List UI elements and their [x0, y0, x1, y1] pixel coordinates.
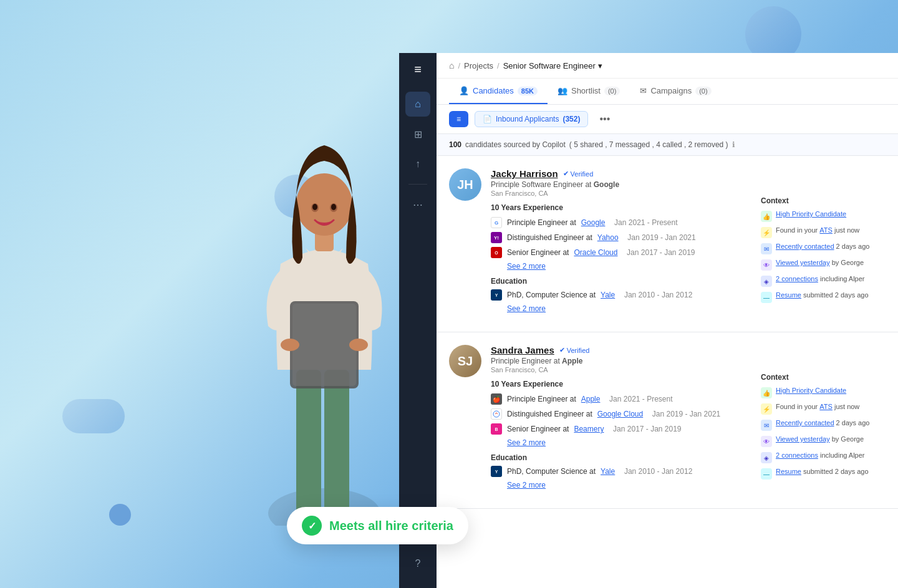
google-logo: G	[491, 217, 502, 228]
verified-icon-sandra: ✔	[559, 346, 565, 354]
ctx-viewed-icon-sandra: 👁	[761, 436, 772, 447]
edu-item-sandra: Y PhD, Computer Science at Yale Jan 2010…	[491, 466, 751, 477]
filter-button[interactable]: ≡	[449, 111, 468, 127]
context-title-jacky: Context	[761, 196, 886, 205]
candidate-header-jacky: Jacky Harrison ✔ Verified	[491, 168, 751, 179]
ctx-connections-link-sandra[interactable]: 2 connections	[776, 451, 818, 459]
yale-link-sandra[interactable]: Yale	[601, 467, 615, 476]
sidebar-item-help[interactable]: ?	[405, 551, 430, 576]
beamery-logo: B	[491, 423, 502, 435]
svg-rect-10	[292, 304, 356, 386]
ctx-resume-jacky: — Resume submitted 2 days ago	[761, 291, 886, 303]
sidebar-logo: ≡	[414, 62, 422, 77]
see-more-edu-jacky[interactable]: See 2 more	[507, 304, 751, 313]
inbound-applicants-tag[interactable]: 📄 Inbound Applicants (352)	[475, 111, 588, 127]
ctx-ats-link-jacky[interactable]: ATS	[819, 226, 833, 234]
experience-label-jacky: 10 Years Experience	[491, 203, 751, 212]
tab-candidates-count: 85K	[518, 87, 538, 95]
sourced-stats: ( 5 shared , 7 messaged , 4 called , 2 r…	[569, 140, 728, 149]
breadcrumb-current[interactable]: Senior Software Engineer ▾	[503, 61, 602, 70]
ctx-priority-icon-jacky: 👍	[761, 211, 772, 222]
campaigns-icon: ✉	[640, 86, 647, 95]
yahoo-company-link[interactable]: Yahoo	[597, 233, 619, 242]
svg-point-12	[349, 339, 368, 351]
breadcrumb-projects-link[interactable]: Projects	[464, 61, 493, 70]
see-more-exp-sandra[interactable]: See 2 more	[507, 438, 751, 447]
ctx-viewed-link-sandra[interactable]: Viewed yesterday	[776, 435, 830, 443]
yahoo-logo: Y!	[491, 232, 502, 243]
ctx-connections-icon-sandra: ◈	[761, 452, 772, 463]
experience-label-sandra: 10 Years Experience	[491, 380, 751, 388]
ctx-resume-link-jacky[interactable]: Resume	[776, 291, 801, 299]
candidate-body-sandra: Sandra James ✔ Verified Principle Engine…	[491, 345, 751, 496]
breadcrumb-current-label: Senior Software Engineer	[503, 61, 596, 70]
context-panel-sandra: Context 👍 High Priority Candidate ⚡ Foun…	[761, 345, 886, 496]
sidebar-item-dashboard[interactable]: ⊞	[405, 122, 430, 147]
ctx-contacted-link-jacky[interactable]: Recently contacted	[776, 243, 834, 250]
ctx-ats-icon-jacky: ⚡	[761, 227, 772, 238]
inbound-label: Inbound Applicants	[496, 115, 559, 123]
ctx-viewed-jacky: 👁 Viewed yesterday by George	[761, 259, 886, 271]
meets-criteria-label: Meets all hire criteria	[329, 519, 453, 533]
breadcrumb-chevron-icon: ▾	[598, 61, 602, 70]
ctx-priority-link-sandra[interactable]: High Priority Candidate	[776, 387, 846, 394]
sidebar-item-apps[interactable]: ⋯	[405, 192, 430, 217]
ctx-ats-link-sandra[interactable]: ATS	[819, 403, 833, 410]
ctx-viewed-link-jacky[interactable]: Viewed yesterday	[776, 259, 830, 266]
gcloud-company-link[interactable]: Google Cloud	[597, 410, 643, 418]
ctx-contacted-link-sandra[interactable]: Recently contacted	[776, 419, 834, 427]
ctx-contacted-jacky: ✉ Recently contacted 2 days ago	[761, 243, 886, 254]
tab-candidates-label: Candidates	[473, 86, 514, 95]
exp-item-gcloud: Distinguished Engineer at Google Cloud J…	[491, 408, 751, 420]
breadcrumb-sep-1: /	[458, 61, 460, 70]
apple-company-link[interactable]: Apple	[581, 395, 601, 403]
avatar-jacky-placeholder: JH	[449, 168, 481, 201]
sourced-count: 100	[449, 140, 461, 149]
candidate-title-sandra: Principle Engineer at Apple	[491, 357, 751, 365]
beamery-company-link[interactable]: Beamery	[574, 425, 604, 433]
tab-shortlist-label: Shortlist	[571, 86, 601, 95]
oracle-company-link[interactable]: Oracle Cloud	[574, 248, 617, 257]
exp-item-yahoo: Y! Distinguished Engineer at Yahoo Jan 2…	[491, 232, 751, 243]
edu-label-jacky: Education	[491, 277, 751, 286]
tab-shortlist-count: (0)	[604, 87, 620, 95]
breadcrumb-sep-2: /	[497, 61, 500, 70]
tab-candidates[interactable]: 👤 Candidates 85K	[449, 79, 548, 104]
sidebar-item-home[interactable]: ⌂	[405, 92, 430, 117]
tab-campaigns-count: (0)	[695, 87, 711, 95]
ctx-viewed-sandra: 👁 Viewed yesterday by George	[761, 435, 886, 447]
verified-label-jacky: Verified	[571, 170, 594, 178]
sourced-banner: 100 candidates sourced by Copilot ( 5 sh…	[437, 134, 898, 156]
avatar-jacky: JH	[449, 168, 481, 201]
sidebar-item-analytics[interactable]: ↑	[405, 152, 430, 176]
more-options-button[interactable]: •••	[594, 111, 615, 127]
ctx-contacted-sandra: ✉ Recently contacted 2 days ago	[761, 419, 886, 431]
candidate-name-sandra[interactable]: Sandra James	[491, 345, 554, 355]
yale-link-jacky[interactable]: Yale	[601, 291, 615, 299]
shortlist-icon: 👥	[558, 86, 567, 95]
inbound-count: (352)	[562, 115, 580, 123]
exp-item-google: G Principle Engineer at Google Jan 2021 …	[491, 217, 751, 228]
ctx-resume-link-sandra[interactable]: Resume	[776, 468, 801, 475]
breadcrumb-home-icon[interactable]: ⌂	[449, 60, 454, 70]
svg-rect-2	[324, 370, 349, 526]
oracle-logo: O	[491, 247, 502, 258]
tab-shortlist[interactable]: 👥 Shortlist (0)	[548, 79, 630, 104]
tab-campaigns-label: Campaigns	[650, 86, 692, 95]
info-icon[interactable]: ℹ	[732, 140, 735, 149]
ctx-resume-sandra: — Resume submitted 2 days ago	[761, 468, 886, 480]
ctx-ats-icon-sandra: ⚡	[761, 403, 772, 415]
exp-item-oracle: O Senior Engineer at Oracle Cloud Jan 20…	[491, 247, 751, 258]
candidate-name-jacky[interactable]: Jacky Harrison	[491, 168, 558, 179]
tab-campaigns[interactable]: ✉ Campaigns (0)	[630, 79, 721, 104]
apple-logo: 🍎	[491, 393, 502, 405]
context-panel-jacky: Context 👍 High Priority Candidate ⚡ Foun…	[761, 168, 886, 319]
ctx-connections-icon-jacky: ◈	[761, 276, 772, 287]
ctx-priority-icon-sandra: 👍	[761, 387, 772, 398]
google-company-link[interactable]: Google	[581, 218, 606, 227]
see-more-exp-jacky[interactable]: See 2 more	[507, 262, 751, 271]
ctx-connections-link-jacky[interactable]: 2 connections	[776, 275, 818, 282]
ctx-priority-link-jacky[interactable]: High Priority Candidate	[776, 210, 846, 218]
svg-point-8	[331, 204, 336, 210]
see-more-edu-sandra[interactable]: See 2 more	[507, 481, 751, 489]
